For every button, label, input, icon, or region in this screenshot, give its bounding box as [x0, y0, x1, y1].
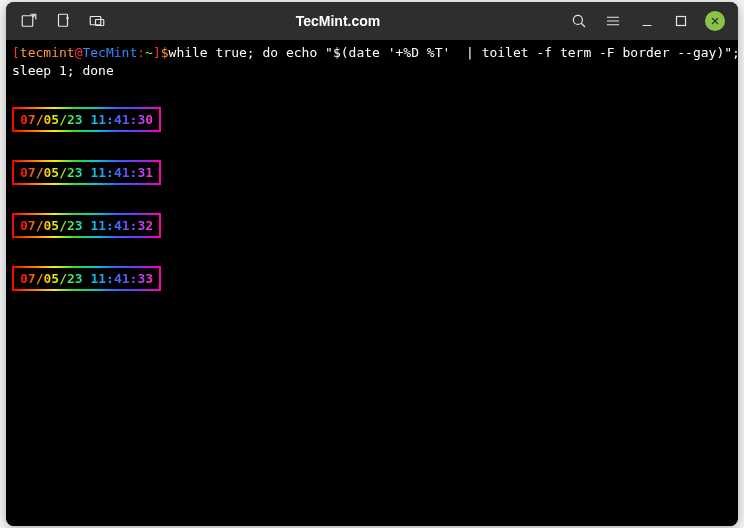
new-window-button[interactable] — [48, 6, 78, 36]
shell-prompt: [tecmint@TecMint:~]$ — [12, 45, 169, 60]
close-icon — [705, 11, 725, 31]
maximize-button[interactable] — [666, 6, 696, 36]
clock-output: 07/05/23 11:41:32 — [12, 213, 161, 239]
svg-rect-1 — [59, 14, 68, 26]
svg-point-4 — [573, 15, 582, 24]
terminal-window: TecMint.com [tecmint@TecMint:~]$while tr… — [6, 2, 738, 526]
svg-rect-0 — [22, 16, 33, 27]
window-title: TecMint.com — [116, 13, 560, 29]
titlebar: TecMint.com — [6, 2, 738, 40]
clock-output: 07/05/23 11:41:30 — [12, 107, 161, 133]
minimize-button[interactable] — [632, 6, 662, 36]
terminal-body[interactable]: [tecmint@TecMint:~]$while true; do echo … — [6, 40, 738, 526]
overview-button[interactable] — [82, 6, 112, 36]
menu-button[interactable] — [598, 6, 628, 36]
new-tab-button[interactable] — [14, 6, 44, 36]
command-text-cont: sleep 1; done — [12, 63, 114, 78]
clock-output: 07/05/23 11:41:33 — [12, 266, 161, 292]
command-text: while true; do echo "$(date '+%D %T' | t… — [169, 45, 738, 60]
close-button[interactable] — [700, 6, 730, 36]
search-button[interactable] — [564, 6, 594, 36]
clock-output: 07/05/23 11:41:31 — [12, 160, 161, 186]
svg-rect-5 — [677, 17, 686, 26]
